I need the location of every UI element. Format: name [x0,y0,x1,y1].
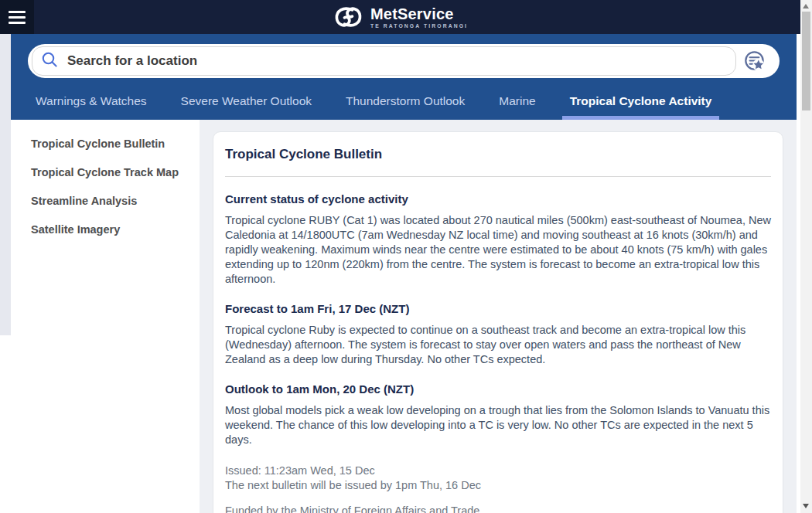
sidebar-item-tropical-cyclone-bulletin[interactable]: Tropical Cyclone Bulletin [31,129,200,158]
search-input[interactable] [59,46,741,76]
page-scrollbar[interactable] [800,0,812,513]
section-heading: Forecast to 1am Fri, 17 Dec (NZT) [225,303,771,315]
search-icon [41,51,59,72]
koru-logo-icon [333,4,363,30]
section-forecast: Forecast to 1am Fri, 17 Dec (NZT) Tropic… [225,303,771,367]
scrollbar-down-arrow-icon[interactable] [803,504,809,508]
saved-locations-list-star-icon [742,48,768,74]
content-area: Tropical Cyclone Bulletin Tropical Cyclo… [11,120,797,513]
page-title: Tropical Cyclone Bulletin [225,148,771,161]
tab-tropical-cyclone-activity[interactable]: Tropical Cyclone Activity [562,84,720,120]
section-heading: Current status of cyclone activity [225,193,771,206]
section-body: Tropical cyclone RUBY (Cat 1) was locate… [225,213,771,287]
sidebar-item-satellite-imagery[interactable]: Satellite Imagery [31,215,200,243]
funding-note: Funded by the Ministry of Foreign Affair… [225,504,771,513]
tab-warnings-watches[interactable]: Warnings & Watches [28,84,155,120]
section-body: Tropical cyclone Ruby is expected to con… [225,323,771,367]
header-panel: Warnings & Watches Severe Weather Outloo… [11,34,797,120]
location-search-bar [28,44,780,78]
issued-timestamp: Issued: 11:23am Wed, 15 Dec [225,464,771,478]
issued-info: Issued: 11:23am Wed, 15 Dec The next bul… [225,464,771,493]
top-bar: MetService TE RATONGA TIRORANGI [0,0,800,34]
metservice-logo[interactable]: MetService TE RATONGA TIRORANGI [333,0,468,34]
section-heading: Outlook to 1am Mon, 20 Dec (NZT) [225,383,771,396]
tab-thunderstorm-outlook[interactable]: Thunderstorm Outlook [338,84,473,120]
scrollbar-up-arrow-icon[interactable] [803,4,809,8]
brand-tagline: TE RATONGA TIRORANGI [370,23,468,29]
section-outlook: Outlook to 1am Mon, 20 Dec (NZT) Most gl… [225,383,771,447]
title-divider [225,176,771,177]
scrollbar-thumb[interactable] [802,12,810,110]
saved-locations-button[interactable] [741,47,769,75]
sidebar: Tropical Cyclone Bulletin Tropical Cyclo… [11,120,200,513]
left-gutter [0,34,11,335]
tropical-cyclone-bulletin-card: Tropical Cyclone Bulletin Current status… [213,131,783,513]
tab-severe-weather-outlook[interactable]: Severe Weather Outlook [173,84,319,120]
section-current-status: Current status of cyclone activity Tropi… [225,193,771,287]
sidebar-item-streamline-analysis[interactable]: Streamline Analysis [31,186,200,215]
brand-name: MetService [370,6,468,22]
header-nav-tabs: Warnings & Watches Severe Weather Outloo… [28,84,738,120]
tab-marine[interactable]: Marine [491,84,543,120]
main-panel-background: Tropical Cyclone Bulletin Current status… [200,120,797,513]
next-bulletin-note: The next bulletin will be issued by 1pm … [225,478,771,493]
sidebar-item-tropical-cyclone-track-map[interactable]: Tropical Cyclone Track Map [31,158,200,186]
section-body: Most global models pick a weak low devel… [225,403,771,447]
hamburger-menu-button[interactable] [0,0,34,34]
hamburger-icon [9,11,26,24]
